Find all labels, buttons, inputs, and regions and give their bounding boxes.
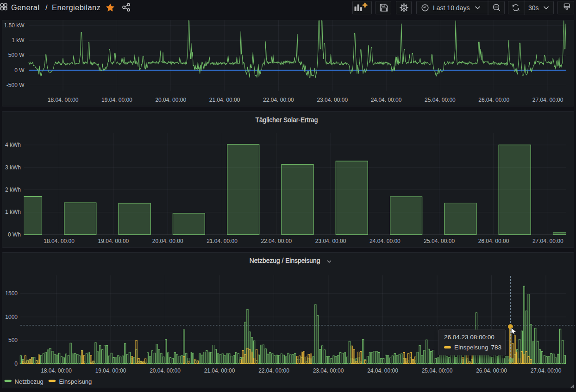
svg-text:20.04. 00:00: 20.04. 00:00 bbox=[155, 97, 186, 103]
svg-text:1 kW: 1 kW bbox=[12, 37, 25, 44]
svg-text:26.04. 00:00: 26.04. 00:00 bbox=[478, 97, 509, 103]
svg-text:25.04. 00:00: 25.04. 00:00 bbox=[425, 97, 456, 103]
svg-text:Last 10 days: Last 10 days bbox=[433, 4, 470, 12]
svg-text:500 W: 500 W bbox=[8, 52, 25, 58]
svg-text:24.04. 00:00: 24.04. 00:00 bbox=[371, 97, 402, 103]
svg-text:/: / bbox=[45, 3, 48, 12]
svg-text:24.04. 00:00: 24.04. 00:00 bbox=[369, 238, 401, 244]
svg-text:1000: 1000 bbox=[5, 314, 18, 320]
svg-text:23.04. 00:00: 23.04. 00:00 bbox=[313, 367, 344, 374]
svg-text:4 kWh: 4 kWh bbox=[5, 142, 21, 148]
svg-text:18.04. 00:00: 18.04. 00:00 bbox=[41, 367, 72, 374]
svg-text:23.04. 00:00: 23.04. 00:00 bbox=[317, 97, 348, 103]
svg-text:0 W: 0 W bbox=[14, 67, 25, 74]
svg-text:30s: 30s bbox=[528, 4, 539, 12]
svg-text:21.04. 00:00: 21.04. 00:00 bbox=[204, 367, 235, 374]
svg-text:18.04. 00:00: 18.04. 00:00 bbox=[48, 97, 79, 103]
svg-text:Einspeisung: Einspeisung bbox=[59, 378, 92, 385]
svg-text:Netzbezug: Netzbezug bbox=[15, 378, 44, 385]
svg-text:25.04. 00:00: 25.04. 00:00 bbox=[422, 367, 453, 374]
svg-text:1 kWh: 1 kWh bbox=[5, 209, 21, 215]
svg-text:18.04. 00:00: 18.04. 00:00 bbox=[44, 238, 75, 244]
svg-text:27.04. 00:00: 27.04. 00:00 bbox=[532, 238, 563, 244]
svg-text:22.04. 00:00: 22.04. 00:00 bbox=[258, 367, 289, 374]
svg-text:20.04. 00:00: 20.04. 00:00 bbox=[152, 238, 183, 244]
svg-text:Netzbezug / Einspeisung: Netzbezug / Einspeisung bbox=[250, 257, 320, 264]
svg-text:2 kWh: 2 kWh bbox=[5, 187, 21, 193]
svg-text:24.04. 00:00: 24.04. 00:00 bbox=[367, 367, 398, 374]
svg-text:21.04. 00:00: 21.04. 00:00 bbox=[207, 238, 238, 244]
svg-text:-500 W: -500 W bbox=[6, 82, 25, 88]
svg-text:Energiebilanz: Energiebilanz bbox=[52, 3, 100, 12]
svg-text:19.04. 00:00: 19.04. 00:00 bbox=[101, 97, 132, 103]
svg-text:3 kWh: 3 kWh bbox=[5, 164, 21, 171]
svg-text:1500: 1500 bbox=[5, 290, 18, 297]
svg-text:26.04. 00:00: 26.04. 00:00 bbox=[478, 238, 509, 244]
svg-text:22.04. 00:00: 22.04. 00:00 bbox=[263, 97, 294, 103]
svg-text:27.04. 00:00: 27.04. 00:00 bbox=[531, 367, 562, 374]
svg-text:19.04. 00:00: 19.04. 00:00 bbox=[95, 367, 126, 374]
svg-text:General: General bbox=[11, 3, 40, 12]
svg-text:22.04. 00:00: 22.04. 00:00 bbox=[261, 238, 292, 244]
svg-text:20.04. 00:00: 20.04. 00:00 bbox=[150, 367, 181, 374]
svg-text:Täglicher Solar-Ertrag: Täglicher Solar-Ertrag bbox=[256, 117, 318, 124]
svg-text:27.04. 00:00: 27.04. 00:00 bbox=[532, 97, 563, 103]
svg-text:23.04. 00:00: 23.04. 00:00 bbox=[315, 238, 346, 244]
svg-text:21.04. 00:00: 21.04. 00:00 bbox=[209, 97, 240, 103]
svg-text:26.04. 00:00: 26.04. 00:00 bbox=[476, 367, 507, 374]
svg-text:500: 500 bbox=[8, 337, 18, 343]
svg-text:1.50 kW: 1.50 kW bbox=[4, 22, 25, 29]
svg-text:0: 0 bbox=[14, 361, 18, 367]
svg-text:19.04. 00:00: 19.04. 00:00 bbox=[98, 238, 129, 244]
svg-text:0 Wh: 0 Wh bbox=[8, 231, 21, 238]
svg-text:25.04. 00:00: 25.04. 00:00 bbox=[424, 238, 455, 244]
